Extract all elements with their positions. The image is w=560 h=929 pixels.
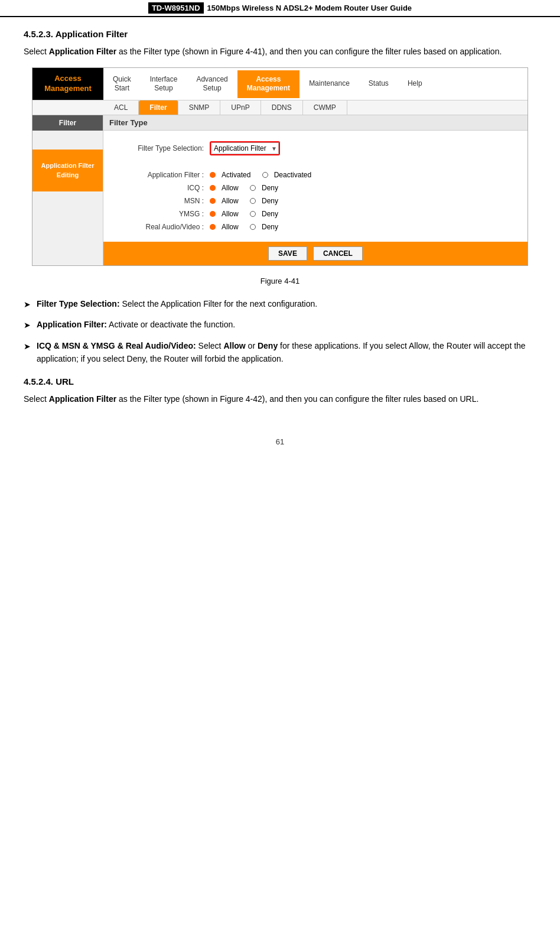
filter-type-form: Filter Type Selection: IP/MAC Filter App… xyxy=(103,131,528,166)
icq-control: Allow Deny xyxy=(210,184,278,192)
radio-msn-deny-icon xyxy=(250,198,256,204)
page-content: 4.5.2.3. Application Filter Select Appli… xyxy=(0,17,560,425)
activated-label: Activated xyxy=(222,171,250,179)
ymsg-label: YMSG : xyxy=(115,210,210,218)
top-nav: AccessManagement QuickStart InterfaceSet… xyxy=(32,68,528,100)
ymsg-allow-label: Allow xyxy=(222,210,239,218)
radio-activated-icon xyxy=(210,172,216,178)
bullet-arrow-icon: ➤ xyxy=(24,297,31,311)
real-deny-label: Deny xyxy=(262,223,278,231)
radio-deactivated-icon xyxy=(262,172,268,178)
msn-control: Allow Deny xyxy=(210,197,278,205)
router-sidebar: Filter Application Filter Editing xyxy=(32,115,103,265)
tab-snmp[interactable]: SNMP xyxy=(178,100,221,115)
real-control: Allow Deny xyxy=(210,223,278,231)
msn-label: MSN : xyxy=(115,197,210,205)
icq-deny-label: Deny xyxy=(262,184,278,192)
radio-real-allow-icon xyxy=(210,224,216,230)
tab-acl[interactable]: ACL xyxy=(103,100,139,115)
router-footer: SAVE CANCEL xyxy=(103,242,528,265)
router-body: Filter Type Filter Type Selection: IP/MA… xyxy=(103,115,528,265)
filter-type-select-wrapper[interactable]: IP/MAC Filter Application Filter URL Fil… xyxy=(210,141,280,155)
real-row: Real Audio/Video : Allow Deny xyxy=(115,223,516,231)
router-logo: AccessManagement xyxy=(32,68,103,100)
msn-deny-label: Deny xyxy=(262,197,278,205)
nav-advanced-setup[interactable]: AdvancedSetup xyxy=(187,70,237,98)
page-number: 61 xyxy=(276,437,284,446)
app-filter-form: Application Filter : Activated Deactivat… xyxy=(103,171,528,242)
icq-label: ICQ : xyxy=(115,184,210,192)
radio-ymsg-deny-icon xyxy=(250,211,256,217)
section-424-heading: 4.5.2.4. URL xyxy=(24,376,536,386)
bullet-filter-type-text: Filter Type Selection: Select the Applic… xyxy=(37,297,536,311)
intro-paragraph: Select Application Filter as the Filter … xyxy=(24,45,536,58)
ymsg-control: Allow Deny xyxy=(210,210,278,218)
radio-real-deny-icon xyxy=(250,224,256,230)
msn-row: MSN : Allow Deny xyxy=(115,197,516,205)
bullet-arrow-icon-3: ➤ xyxy=(24,339,31,366)
nav-access-management[interactable]: AccessManagement xyxy=(237,70,299,98)
icq-row: ICQ : Allow Deny xyxy=(115,184,516,192)
bullet-filter-type: ➤ Filter Type Selection: Select the Appl… xyxy=(24,297,536,311)
tab-upnp[interactable]: UPnP xyxy=(220,100,261,115)
deactivated-label: Deactivated xyxy=(274,171,311,179)
msn-allow-label: Allow xyxy=(222,197,239,205)
save-button[interactable]: SAVE xyxy=(268,246,307,261)
tab-ddns[interactable]: DDNS xyxy=(261,100,303,115)
router-main: Filter Application Filter Editing Filter… xyxy=(32,115,528,265)
section-424-paragraph: Select Application Filter as the Filter … xyxy=(24,392,536,405)
icq-allow-label: Allow xyxy=(222,184,239,192)
bullet-icq-msn: ➤ ICQ & MSN & YMSG & Real Audio/Video: S… xyxy=(24,339,536,366)
bullet-app-filter-text: Application Filter: Activate or deactiva… xyxy=(37,318,536,332)
figure-caption: Figure 4-41 xyxy=(24,275,536,288)
real-label: Real Audio/Video : xyxy=(115,223,210,231)
router-ui-frame: AccessManagement QuickStart InterfaceSet… xyxy=(32,67,528,266)
app-filter-row: Application Filter : Activated Deactivat… xyxy=(115,171,516,179)
cancel-button[interactable]: CANCEL xyxy=(313,246,363,261)
sidebar-app-filter-editing: Application Filter Editing xyxy=(32,150,103,191)
bullet-icq-msn-text: ICQ & MSN & YMSG & Real Audio/Video: Sel… xyxy=(37,339,536,366)
section-heading: 4.5.2.3. Application Filter xyxy=(24,29,536,39)
nav-links: QuickStart InterfaceSetup AdvancedSetup … xyxy=(103,68,528,100)
nav-status[interactable]: Status xyxy=(359,74,398,93)
tab-cwmp[interactable]: CWMP xyxy=(303,100,347,115)
ymsg-deny-label: Deny xyxy=(262,210,278,218)
bullet-term-icq-msn: ICQ & MSN & YMSG & Real Audio/Video: xyxy=(37,341,196,350)
radio-icq-deny-icon xyxy=(250,185,256,191)
filter-type-selection-label: Filter Type Selection: xyxy=(115,144,210,152)
nav-help[interactable]: Help xyxy=(398,74,432,93)
bullet-term-app-filter: Application Filter: xyxy=(37,320,107,329)
ymsg-row: YMSG : Allow Deny xyxy=(115,210,516,218)
brand-name: TD-W8951ND xyxy=(148,2,204,14)
real-allow-label: Allow xyxy=(222,223,239,231)
app-filter-control: Activated Deactivated xyxy=(210,171,311,179)
filter-type-section-title: Filter Type xyxy=(103,115,528,131)
radio-msn-allow-icon xyxy=(210,198,216,204)
nav-quick-start[interactable]: QuickStart xyxy=(103,70,141,98)
bullet-term-filter-type: Filter Type Selection: xyxy=(37,299,120,308)
tab-filter[interactable]: Filter xyxy=(139,100,178,115)
header-title: 150Mbps Wireless N ADSL2+ Modem Router U… xyxy=(207,4,412,12)
bullet-app-filter: ➤ Application Filter: Activate or deacti… xyxy=(24,318,536,332)
logo-text: AccessManagement xyxy=(44,74,91,94)
header-bar: TD-W8951ND 150Mbps Wireless N ADSL2+ Mod… xyxy=(0,0,560,17)
filter-type-select[interactable]: IP/MAC Filter Application Filter URL Fil… xyxy=(211,142,279,154)
radio-icq-allow-icon xyxy=(210,185,216,191)
nav-interface-setup[interactable]: InterfaceSetup xyxy=(141,70,187,98)
bullet-arrow-icon-2: ➤ xyxy=(24,318,31,332)
radio-ymsg-allow-icon xyxy=(210,211,216,217)
sidebar-filter: Filter xyxy=(32,115,103,131)
page-footer: 61 xyxy=(0,425,560,452)
nav-maintenance[interactable]: Maintenance xyxy=(299,74,359,93)
app-filter-label: Application Filter : xyxy=(115,171,210,179)
sub-nav: ACL Filter SNMP UPnP DDNS CWMP xyxy=(32,100,528,115)
filter-type-selection-row: Filter Type Selection: IP/MAC Filter App… xyxy=(115,141,516,155)
filter-type-control: IP/MAC Filter Application Filter URL Fil… xyxy=(210,141,280,155)
